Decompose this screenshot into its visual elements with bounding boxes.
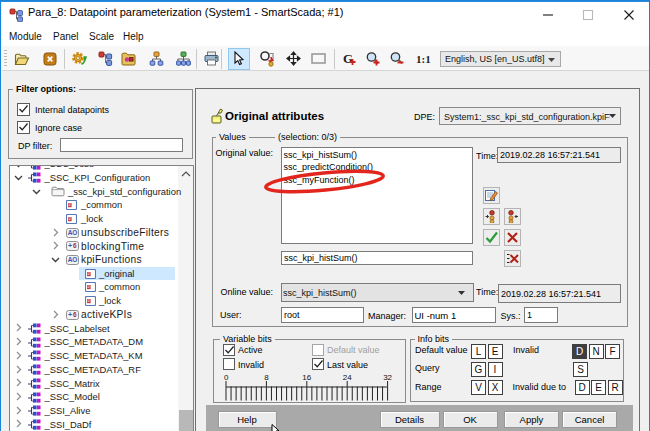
- svg-text:+: +: [68, 243, 72, 250]
- svg-text:16: 16: [302, 373, 311, 382]
- svg-text:24: 24: [343, 373, 352, 382]
- svg-text:8: 8: [264, 373, 269, 382]
- svg-text:0: 0: [224, 373, 229, 382]
- svg-text:AO: AO: [68, 256, 78, 263]
- svg-text:6: 6: [73, 243, 77, 250]
- svg-text:32: 32: [383, 373, 392, 382]
- svg-text:+: +: [68, 311, 72, 318]
- svg-text:6: 6: [73, 311, 77, 318]
- svg-text:AO: AO: [68, 229, 78, 236]
